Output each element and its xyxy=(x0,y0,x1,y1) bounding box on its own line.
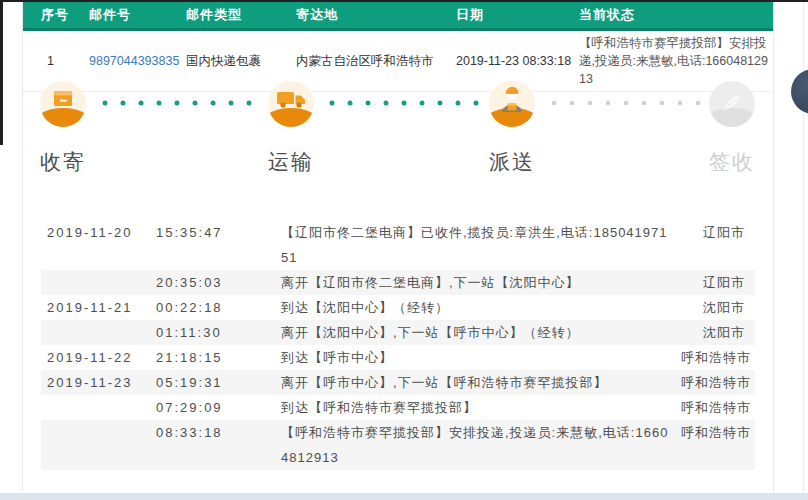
event-time: 15:35:47 xyxy=(156,220,281,270)
event-date: 2019-11-22 xyxy=(47,345,156,370)
results-header: 序号 邮件号 邮件类型 寄达地 日期 当前状态 xyxy=(23,2,773,31)
mail-number-link[interactable]: 9897044393835 xyxy=(89,54,179,68)
event-date xyxy=(47,420,156,470)
event-row: 08:33:18 【呼和浩特市赛罕揽投部】安排投递,投递员:来慧敏,电话:166… xyxy=(41,420,755,470)
event-time: 00:22:18 xyxy=(156,295,281,320)
event-location: 沈阳市 xyxy=(681,295,755,320)
event-date xyxy=(47,395,156,420)
event-date: 2019-11-21 xyxy=(47,295,156,320)
event-location: 呼和浩特市 xyxy=(681,395,761,420)
result-row: 1 9897044393835 国内快递包裹 内蒙古自治区呼和浩特市 2019-… xyxy=(23,31,773,92)
event-time: 21:18:15 xyxy=(156,345,281,370)
header-mail-type: 邮件类型 xyxy=(186,6,296,24)
step-delivery xyxy=(489,81,535,127)
step-collect-label: 收寄 xyxy=(3,148,123,176)
event-location: 沈阳市 xyxy=(681,320,755,345)
event-location: 呼和浩特市 xyxy=(681,345,761,370)
event-date: 2019-11-20 xyxy=(47,220,156,270)
event-location: 辽阳市 xyxy=(681,270,755,295)
connector-dots-3 xyxy=(545,100,705,106)
event-date xyxy=(47,270,156,295)
event-desc: 到达【呼市中心】 xyxy=(281,345,681,370)
event-row: 20:35:03 离开【辽阳市佟二堡电商】,下一站【沈阳中心】 辽阳市 xyxy=(41,270,755,295)
step-delivery-label: 派送 xyxy=(452,148,572,176)
page-root: { "colors": { "header_green": "#0f9e7d",… xyxy=(0,0,808,500)
truck-icon xyxy=(268,81,314,127)
event-location: 呼和浩特市 xyxy=(681,370,761,395)
events-table: 2019-11-20 15:35:47 【辽阳市佟二堡电商】已收件,揽投员:章洪… xyxy=(41,220,755,470)
event-desc: 【辽阳市佟二堡电商】已收件,揽投员:章洪生,电话:18504197151 xyxy=(281,220,681,270)
event-time: 08:33:18 xyxy=(156,420,281,470)
signature-icon xyxy=(709,81,755,127)
event-time: 01:11:30 xyxy=(156,320,281,345)
event-desc: 到达【呼和浩特市赛罕揽投部】 xyxy=(281,395,681,420)
event-desc: 【呼和浩特市赛罕揽投部】安排投递,投递员:来慧敏,电话:16604812913 xyxy=(281,420,681,470)
step-transport-label: 运输 xyxy=(231,148,351,176)
event-time: 05:19:31 xyxy=(156,370,281,395)
connector-dots-2 xyxy=(323,100,483,106)
header-mail-no: 邮件号 xyxy=(89,6,186,24)
event-row: 2019-11-21 00:22:18 到达【沈阳中心】（经转） 沈阳市 xyxy=(41,295,755,320)
event-desc: 离开【呼市中心】,下一站【呼和浩特市赛罕揽投部】 xyxy=(281,370,681,395)
header-serial: 序号 xyxy=(41,6,89,24)
event-desc: 离开【辽阳市佟二堡电商】,下一站【沈阳中心】 xyxy=(281,270,681,295)
destination-value: 内蒙古自治区呼和浩特市 xyxy=(296,53,456,70)
page-bottom-strip xyxy=(0,493,808,500)
event-date xyxy=(47,320,156,345)
date-value: 2019-11-23 08:33:18 xyxy=(456,54,579,68)
event-time: 20:35:03 xyxy=(156,270,281,295)
step-sign xyxy=(709,81,755,127)
step-collect xyxy=(40,81,86,127)
event-desc: 离开【沈阳中心】,下一站【呼市中心】（经转） xyxy=(281,320,681,345)
parcel-icon xyxy=(40,81,86,127)
event-row: 2019-11-20 15:35:47 【辽阳市佟二堡电商】已收件,揽投员:章洪… xyxy=(41,220,755,270)
window-left-edge xyxy=(0,0,3,145)
floating-action-button[interactable] xyxy=(791,69,808,114)
step-sign-label: 签收 xyxy=(672,148,792,176)
event-time: 07:29:09 xyxy=(156,395,281,420)
event-date: 2019-11-23 xyxy=(47,370,156,395)
header-current-status: 当前状态 xyxy=(579,6,773,24)
step-transport xyxy=(268,81,314,127)
tracking-results-panel: 序号 邮件号 邮件类型 寄达地 日期 当前状态 1 9897044393835 … xyxy=(22,2,774,493)
mail-type-value: 国内快递包裹 xyxy=(186,53,296,70)
event-row: 2019-11-23 05:19:31 离开【呼市中心】,下一站【呼和浩特市赛罕… xyxy=(41,370,755,395)
event-row: 07:29:09 到达【呼和浩特市赛罕揽投部】 呼和浩特市 xyxy=(41,395,755,420)
connector-dots-1 xyxy=(96,100,256,106)
courier-icon xyxy=(489,81,535,127)
event-location: 呼和浩特市 xyxy=(681,420,761,470)
header-destination: 寄达地 xyxy=(296,6,456,24)
serial-value: 1 xyxy=(41,54,89,68)
event-location: 辽阳市 xyxy=(681,220,755,270)
event-row: 01:11:30 离开【沈阳中心】,下一站【呼市中心】（经转） 沈阳市 xyxy=(41,320,755,345)
event-desc: 到达【沈阳中心】（经转） xyxy=(281,295,681,320)
event-row: 2019-11-22 21:18:15 到达【呼市中心】 呼和浩特市 xyxy=(41,345,755,370)
header-date: 日期 xyxy=(456,6,579,24)
